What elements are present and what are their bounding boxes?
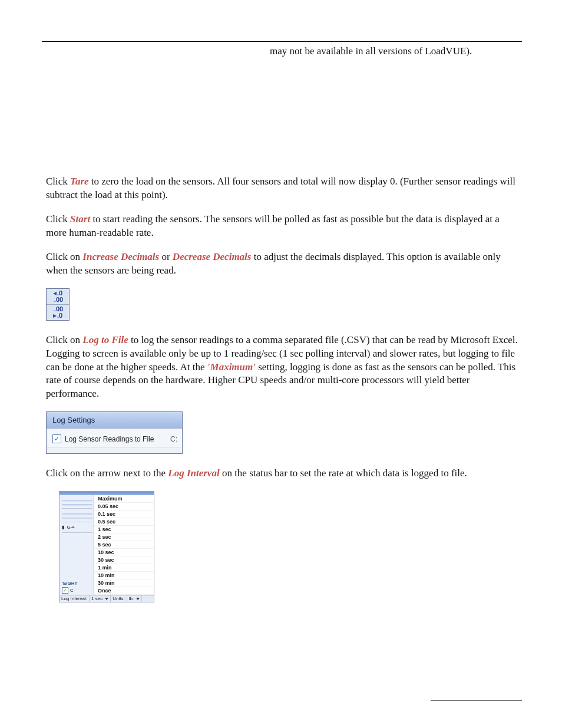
interval-option[interactable]: 0.5 sec bbox=[94, 518, 154, 526]
text: on the status bar to set the rate at whi… bbox=[220, 467, 467, 479]
status-log-interval-dropdown[interactable]: 1 sec bbox=[90, 595, 111, 602]
log-to-file-checkbox[interactable]: ✓ bbox=[52, 434, 61, 443]
cmd-start: Start bbox=[70, 213, 90, 225]
decimals-icons-figure: .0 .00 .00.0 bbox=[46, 288, 70, 321]
text: Click on bbox=[46, 334, 82, 345]
paragraph-logfile: Click on Log to File to log the sensor r… bbox=[46, 334, 518, 401]
figure-status-bar: Log Interval: 1 sec Units: lb. bbox=[59, 595, 154, 602]
interval-option[interactable]: 5 sec bbox=[94, 541, 154, 549]
interval-option[interactable]: 1 sec bbox=[94, 526, 154, 533]
text: Click on the arrow next to the bbox=[46, 467, 168, 479]
decrease-decimals-icon[interactable]: .00.0 bbox=[47, 305, 69, 320]
text: to start reading the sensors. The sensor… bbox=[46, 213, 500, 238]
interval-option[interactable]: Maximum bbox=[94, 495, 154, 503]
text: to zero the load on the sensors. All fou… bbox=[46, 176, 515, 200]
figure-checkbox-icon[interactable]: ✓ bbox=[62, 587, 68, 594]
log-interval-menu: Maximum 0.05 sec 0.1 sec 0.5 sec 1 sec 2… bbox=[94, 495, 154, 595]
cmd-decrease-decimals: Decrease Decimals bbox=[173, 251, 252, 262]
text: or bbox=[159, 251, 173, 262]
interval-option[interactable]: 1 min bbox=[94, 564, 154, 572]
cmd-increase-decimals: Increase Decimals bbox=[82, 251, 159, 262]
increase-decimals-icon[interactable]: .0 .00 bbox=[47, 289, 69, 305]
interval-option[interactable]: 30 sec bbox=[94, 556, 154, 564]
interval-option[interactable]: 30 min bbox=[94, 579, 154, 587]
interval-option[interactable]: 10 min bbox=[94, 572, 154, 579]
figure-left-label: 'EIGHT bbox=[62, 581, 92, 586]
status-units-label: Units: bbox=[111, 595, 127, 602]
header-rule bbox=[42, 41, 522, 42]
interval-option[interactable]: 2 sec bbox=[94, 533, 154, 541]
log-path-stub: C: bbox=[170, 435, 177, 443]
log-settings-title: Log Settings bbox=[47, 412, 182, 429]
paragraph-tare: Click Tare to zero the load on the senso… bbox=[46, 175, 518, 202]
interval-option[interactable]: 10 sec bbox=[94, 549, 154, 556]
header-continuation-text: may not be available in all versions of … bbox=[46, 45, 518, 57]
text: Click on bbox=[46, 251, 82, 262]
interval-option[interactable]: 0.1 sec bbox=[94, 510, 154, 518]
interval-option[interactable]: 0.05 sec bbox=[94, 503, 154, 510]
text: Click bbox=[46, 213, 70, 225]
cmd-log-to-file: Log to File bbox=[82, 334, 128, 345]
status-units-dropdown[interactable]: lb. bbox=[127, 595, 142, 602]
paragraph-loginterval: Click on the arrow next to the Log Inter… bbox=[46, 467, 518, 480]
cmd-tare: Tare bbox=[70, 176, 89, 187]
log-interval-figure: ▮ G↛ 'EIGHT ✓ C Maximum 0.05 sec 0.1 sec… bbox=[59, 491, 154, 602]
status-log-interval-label: Log Interval: bbox=[59, 595, 90, 602]
cmd-maximum: 'Maximum' bbox=[207, 361, 256, 373]
interval-option[interactable]: Once bbox=[94, 587, 154, 595]
log-to-file-label: Log Sensor Readings to File bbox=[65, 435, 154, 443]
figure-left-panel: ▮ G↛ 'EIGHT ✓ C bbox=[59, 495, 94, 595]
log-settings-panel: Log Settings ✓ Log Sensor Readings to Fi… bbox=[46, 411, 183, 454]
log-settings-footer bbox=[47, 447, 182, 453]
text: Click bbox=[46, 176, 70, 187]
cmd-log-interval: Log Interval bbox=[168, 467, 219, 479]
paragraph-start: Click Start to start reading the sensors… bbox=[46, 213, 518, 240]
footer-rule bbox=[431, 700, 522, 701]
paragraph-decimals: Click on Increase Decimals or Decrease D… bbox=[46, 251, 518, 278]
